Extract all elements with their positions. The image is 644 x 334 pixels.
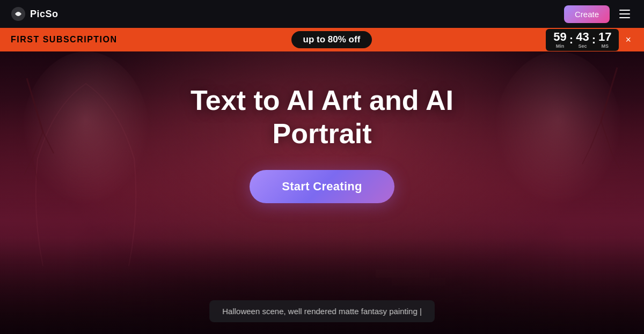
app-name: PicSo bbox=[30, 9, 58, 20]
hero-content: Text to AI Art and AI Portrait Start Cre… bbox=[0, 51, 644, 334]
countdown-box: 59 Min : 43 Sec : 17 MS bbox=[546, 29, 619, 51]
navbar: PicSo Create bbox=[0, 0, 644, 28]
hamburger-menu-icon[interactable] bbox=[616, 5, 633, 23]
countdown-seconds: 43 Sec bbox=[576, 31, 589, 49]
offer-text: up to 80% off bbox=[303, 34, 361, 44]
countdown-ms: 17 MS bbox=[598, 31, 611, 49]
start-creating-button[interactable]: Start Creating bbox=[250, 170, 394, 203]
picso-logo-icon bbox=[11, 6, 26, 21]
hero-title: Text to AI Art and AI Portrait bbox=[191, 84, 453, 151]
menu-line-3 bbox=[619, 17, 630, 18]
countdown-colon-1: : bbox=[569, 33, 574, 47]
create-button[interactable]: Create bbox=[564, 5, 610, 23]
close-banner-button[interactable]: × bbox=[623, 33, 633, 47]
nav-right: Create bbox=[564, 5, 633, 23]
menu-line-1 bbox=[619, 10, 630, 11]
prompt-bar: Halloween scene, well rendered matte fan… bbox=[209, 300, 435, 322]
logo-area[interactable]: PicSo bbox=[11, 6, 58, 21]
promo-left-text: FIRST SUBSCRIPTION bbox=[11, 35, 118, 44]
hero-section: Text to AI Art and AI Portrait Start Cre… bbox=[0, 51, 644, 334]
prompt-text: Halloween scene, well rendered matte fan… bbox=[222, 307, 422, 316]
hero-title-line1: Text to AI Art and AI bbox=[191, 85, 453, 116]
countdown-minutes: 59 Min bbox=[553, 31, 566, 49]
promo-banner: FIRST SUBSCRIPTION up to 80% off 59 Min … bbox=[0, 28, 644, 51]
countdown-colon-2: : bbox=[591, 33, 596, 47]
promo-offer-badge[interactable]: up to 80% off bbox=[291, 31, 372, 48]
countdown-area: 59 Min : 43 Sec : 17 MS × bbox=[546, 29, 633, 51]
menu-line-2 bbox=[619, 13, 630, 14]
hero-title-line2: Portrait bbox=[273, 118, 372, 149]
